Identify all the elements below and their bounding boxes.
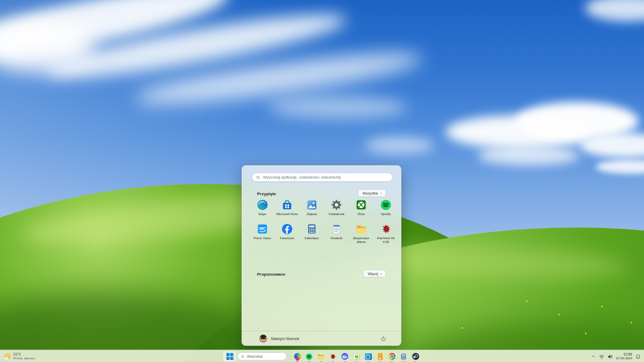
taskbar-center [223,350,421,362]
pinned-app-facebook[interactable]: Facebook [275,222,299,245]
tray-overflow-button[interactable] [591,354,596,359]
start-search-input[interactable] [263,175,389,180]
cloud [478,146,580,165]
notepad-plus-plus-icon [353,353,360,360]
flower [558,314,560,315]
taskbar-app-phone[interactable] [375,351,385,362]
file-explorer-icon [355,223,367,235]
notification-bell-icon [635,354,641,359]
clock-date: 07.04.2024 [616,357,632,360]
app-label: Notatnik [324,236,349,240]
app-label: Xbox [349,212,374,216]
volume-button[interactable] [608,354,613,359]
pinned-app-photos[interactable]: Zdjęcia [299,198,324,220]
pinned-app-calculator[interactable]: Kalkulator [299,222,324,245]
power-button[interactable] [380,335,387,342]
pinned-app-edge[interactable]: Edge [250,198,275,220]
cloud [585,0,644,21]
more-button[interactable]: Więcej › [363,270,386,277]
user-avatar[interactable] [259,335,267,343]
taskbar-search-input[interactable] [247,354,283,358]
pinned-app-xbox[interactable]: Xbox [349,198,374,220]
weather-condition: Przew. słonecz. [13,357,36,361]
taskbar-app-notepad-plus-plus[interactable] [351,351,362,362]
weather-sun-cloud-icon [4,353,11,360]
cloud [596,160,644,174]
app-label: Spotify [374,212,398,216]
taskbar-app-discord[interactable] [339,351,350,362]
chrome-icon [388,353,396,360]
network-button[interactable] [599,354,604,359]
chevron-up-icon [591,354,596,359]
outlook-icon [364,353,372,360]
chevron-right-icon: › [380,191,382,195]
photos-icon [306,199,318,211]
taskbar-app-outlook[interactable] [363,351,374,362]
weather-temperature: 21°C [13,352,36,357]
app-label: IrfanView 64 4.59 [374,236,398,244]
prime-video-icon [257,223,268,235]
app-label: Edge [250,212,275,216]
spotify-icon [305,353,313,360]
user-name[interactable]: Maksym Słomski [271,337,299,341]
flower [601,306,603,307]
microsoft-store-icon [281,199,293,211]
recommended-section-title: Proponowane [257,272,286,277]
app-label: Microsoft Store [275,212,299,216]
flower [585,333,587,334]
taskbar-app-steam[interactable] [410,351,421,362]
settings-gear-icon [331,199,342,211]
pinned-app-spotify[interactable]: Spotify [374,198,398,220]
windows-logo-icon [226,352,234,360]
xbox-icon [355,199,367,211]
steam-icon [412,353,419,360]
taskbar-app-spotify[interactable] [304,351,314,362]
start-button[interactable] [223,351,236,361]
calculator-icon [306,223,318,235]
clock-time: 10:56 [624,352,632,357]
app-label: Kalkulator [299,236,324,240]
clock[interactable]: 10:56 07.04.2024 [616,352,632,360]
taskbar-app-calculator[interactable] [398,351,409,362]
cloud [365,137,435,154]
search-icon [256,175,260,180]
pinned-app-prime-video[interactable]: Prime Video [250,222,275,245]
flower [631,322,632,323]
pinned-app-file-explorer[interactable]: Eksplorator plików [349,222,374,245]
pinned-apps-grid: Edge Microsoft Store [250,198,394,245]
start-menu-footer: Maksym Słomski [242,331,401,345]
speaker-icon [608,354,613,359]
pinned-app-irfanview[interactable]: IrfanView 64 4.59 [374,222,398,245]
weather-widget[interactable]: 21°C Przew. słonecz. [4,350,36,362]
notification-center-button[interactable] [635,354,641,359]
app-label: Zdjęcia [299,212,324,216]
search-icon [241,354,245,359]
pinned-app-notepad[interactable]: Notatnik [324,222,349,245]
file-explorer-icon [317,353,325,360]
cloud [268,97,408,118]
taskbar-search-box[interactable] [237,352,287,360]
app-label: Prime Video [250,236,275,240]
all-apps-button[interactable]: Wszystkie › [358,189,386,197]
irfanview-icon [329,353,336,360]
taskbar-app-chrome[interactable] [386,351,397,362]
taskbar-app-file-explorer[interactable] [316,351,326,362]
pinned-app-settings[interactable]: Ustawienia [324,198,349,220]
irfanview-icon [380,223,392,235]
pinned-app-microsoft-store[interactable]: Microsoft Store [275,198,299,220]
wifi-icon [599,354,604,359]
taskbar-app-irfanview[interactable] [327,351,338,362]
more-label: Więcej [368,272,378,276]
notepad-icon [331,223,342,235]
app-label: Ustawienia [324,212,349,216]
system-tray: 10:56 07.04.2024 [591,350,641,362]
start-menu: Przypięte Wszystkie › Edge [241,165,401,346]
taskbar-app-paint3d[interactable] [292,351,303,362]
all-apps-label: Wszystkie [362,191,378,195]
edge-icon [257,199,268,211]
pinned-section-title: Przypięte [257,191,276,196]
start-menu-search[interactable] [252,173,393,182]
app-label: Facebook [275,236,299,240]
flower [462,327,463,329]
power-icon [380,336,386,342]
